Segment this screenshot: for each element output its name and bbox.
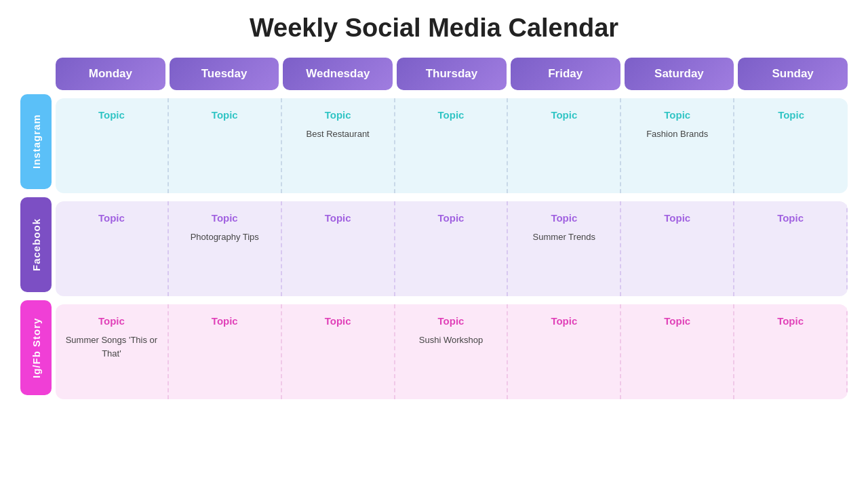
day-header-saturday: Saturday bbox=[625, 58, 734, 90]
cell-facebook-2: Topic bbox=[282, 201, 395, 296]
cell-instagram-0: Topic bbox=[56, 98, 169, 193]
cell-topic-facebook-1: Topic bbox=[212, 212, 238, 224]
cell-topic-instagram-6: Topic bbox=[778, 109, 804, 121]
cell-instagram-4: Topic bbox=[508, 98, 621, 193]
cell-facebook-3: Topic bbox=[395, 201, 509, 296]
day-header-wednesday: Wednesday bbox=[283, 58, 393, 90]
cell-topic-facebook-3: Topic bbox=[438, 212, 465, 224]
cell-topic-facebook-0: Topic bbox=[98, 212, 125, 224]
platform-row-instagram: TopicTopicTopicBest RestaurantTopicTopic… bbox=[56, 98, 848, 193]
cell-topic-igfb-0: Topic bbox=[98, 315, 125, 327]
cell-topic-igfb-4: Topic bbox=[551, 315, 577, 327]
cell-content-instagram-5: Fashion Brands bbox=[646, 127, 708, 141]
cell-igfb-4: Topic bbox=[508, 304, 621, 399]
cell-content-igfb-3: Sushi Workshop bbox=[419, 333, 483, 347]
cell-instagram-3: Topic bbox=[395, 98, 509, 193]
cell-topic-instagram-4: Topic bbox=[551, 109, 577, 121]
cell-igfb-6: Topic bbox=[734, 304, 848, 399]
cell-igfb-5: Topic bbox=[621, 304, 734, 399]
page-title: Weekly Social Media Calendar bbox=[250, 14, 618, 43]
cell-topic-igfb-2: Topic bbox=[325, 315, 351, 327]
day-header-thursday: Thursday bbox=[397, 58, 507, 90]
cell-instagram-6: Topic bbox=[734, 98, 848, 193]
cell-content-facebook-1: Photography Tips bbox=[191, 230, 259, 244]
cell-instagram-2: TopicBest Restaurant bbox=[282, 98, 395, 193]
cell-content-igfb-0: Summer Songs 'This or That' bbox=[62, 333, 161, 360]
cell-facebook-6: Topic bbox=[734, 201, 848, 296]
calendar-wrapper: InstagramFacebookIg/Fb Story MondayTuesd… bbox=[20, 58, 848, 399]
day-header-monday: Monday bbox=[56, 58, 165, 90]
cell-instagram-1: Topic bbox=[169, 98, 282, 193]
cell-topic-igfb-3: Topic bbox=[438, 315, 465, 327]
platform-row-igfb: TopicSummer Songs 'This or That'TopicTop… bbox=[56, 304, 848, 399]
day-header-tuesday: Tuesday bbox=[170, 58, 279, 90]
cell-topic-facebook-2: Topic bbox=[325, 212, 351, 224]
row-label-instagram: Instagram bbox=[20, 94, 52, 189]
cell-content-instagram-2: Best Restaurant bbox=[307, 127, 370, 141]
cell-instagram-5: TopicFashion Brands bbox=[621, 98, 734, 193]
cell-facebook-0: Topic bbox=[56, 201, 169, 296]
cell-topic-igfb-6: Topic bbox=[777, 315, 804, 327]
cell-topic-facebook-4: Topic bbox=[551, 212, 577, 224]
cell-igfb-3: TopicSushi Workshop bbox=[395, 304, 509, 399]
day-headers: MondayTuesdayWednesdayThursdayFridaySatu… bbox=[56, 58, 848, 90]
row-labels: InstagramFacebookIg/Fb Story bbox=[20, 94, 52, 399]
cell-topic-instagram-5: Topic bbox=[664, 109, 690, 121]
cell-topic-igfb-1: Topic bbox=[212, 315, 238, 327]
platform-row-facebook: TopicTopicPhotography TipsTopicTopicTopi… bbox=[56, 201, 848, 296]
cell-igfb-0: TopicSummer Songs 'This or That' bbox=[56, 304, 169, 399]
cell-content-facebook-4: Summer Trends bbox=[533, 230, 595, 244]
cell-facebook-4: TopicSummer Trends bbox=[508, 201, 621, 296]
cell-topic-instagram-0: Topic bbox=[98, 109, 125, 121]
cell-topic-facebook-6: Topic bbox=[777, 212, 804, 224]
cell-facebook-5: Topic bbox=[621, 201, 734, 296]
cell-topic-instagram-2: Topic bbox=[325, 109, 351, 121]
cell-topic-igfb-5: Topic bbox=[664, 315, 690, 327]
cell-igfb-2: Topic bbox=[282, 304, 395, 399]
cell-topic-instagram-1: Topic bbox=[212, 109, 238, 121]
cell-igfb-1: Topic bbox=[169, 304, 282, 399]
row-label-facebook: Facebook bbox=[20, 197, 52, 292]
cell-topic-instagram-3: Topic bbox=[438, 109, 465, 121]
cell-topic-facebook-5: Topic bbox=[664, 212, 690, 224]
row-label-igfb: Ig/Fb Story bbox=[20, 300, 52, 395]
cell-facebook-1: TopicPhotography Tips bbox=[169, 201, 282, 296]
day-header-sunday: Sunday bbox=[738, 58, 848, 90]
day-header-friday: Friday bbox=[511, 58, 620, 90]
grid-area: MondayTuesdayWednesdayThursdayFridaySatu… bbox=[52, 58, 848, 399]
